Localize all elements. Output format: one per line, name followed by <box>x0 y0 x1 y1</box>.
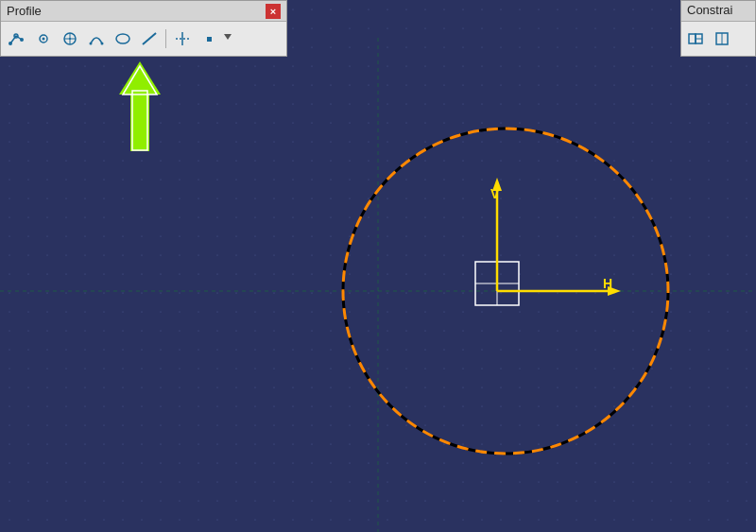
line-connect-tool[interactable] <box>5 26 29 51</box>
svg-point-30 <box>101 43 104 45</box>
svg-point-20 <box>9 42 12 45</box>
toolbar-titlebar: Profile × <box>1 1 286 22</box>
svg-rect-37 <box>689 34 696 43</box>
profile-element-tool[interactable] <box>31 26 56 51</box>
svg-rect-35 <box>207 37 212 42</box>
dot-tool[interactable] <box>197 26 221 51</box>
constraints-buttons <box>681 22 755 56</box>
svg-line-32 <box>143 33 156 44</box>
point-tool[interactable] <box>170 26 195 51</box>
arc-tool[interactable] <box>84 26 109 51</box>
svg-point-24 <box>43 38 45 41</box>
circle-center-tool[interactable] <box>58 26 82 51</box>
svg-text:V: V <box>490 186 500 201</box>
constraint-tool-2[interactable] <box>710 26 734 51</box>
svg-point-28 <box>69 38 71 40</box>
toolbar-title: Profile <box>7 4 42 18</box>
dropdown-arrow-icon <box>224 34 232 43</box>
ellipse-tool[interactable] <box>111 26 135 51</box>
svg-point-21 <box>20 38 24 42</box>
toolbar-separator-1 <box>165 29 166 48</box>
toolbar-buttons <box>1 22 286 56</box>
toolbar-close-button[interactable]: × <box>266 4 281 19</box>
profile-toolbar: Profile × <box>0 0 287 57</box>
svg-point-29 <box>90 43 93 45</box>
svg-marker-36 <box>224 34 232 40</box>
svg-point-31 <box>116 34 129 43</box>
constraints-titlebar: Constrai <box>681 1 755 22</box>
constraint-tool-1[interactable] <box>683 26 708 51</box>
svg-text:H: H <box>603 276 612 291</box>
line-tool[interactable] <box>137 26 162 51</box>
svg-rect-16 <box>130 90 149 151</box>
constraints-toolbar: Constrai <box>680 0 756 57</box>
